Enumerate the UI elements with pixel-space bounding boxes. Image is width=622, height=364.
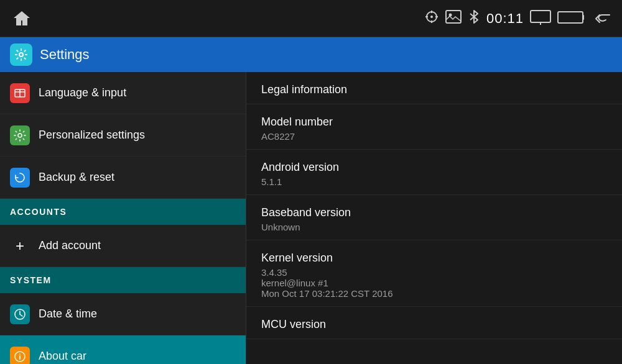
datetime-icon — [10, 304, 30, 324]
svg-point-1 — [430, 16, 433, 18]
add-account-label: Add account — [39, 239, 101, 252]
baseband-version-title: Baseband version — [261, 206, 607, 219]
mcu-version-section[interactable]: MCU version — [246, 307, 622, 339]
backup-icon — [10, 168, 30, 188]
kernel-version-value: 3.4.35 kernel@linux #1 Mon Oct 17 03:21:… — [261, 267, 607, 299]
main-content: Language & input Personalized settings B… — [0, 72, 622, 364]
android-version-section[interactable]: Android version 5.1.1 — [246, 150, 622, 195]
right-panel: Legal information Model number AC8227 An… — [246, 72, 622, 364]
gps-icon — [424, 9, 439, 27]
status-time: 00:11 — [486, 11, 524, 27]
status-right: 00:11 — [424, 9, 612, 27]
settings-icon — [10, 43, 32, 66]
system-label: SYSTEM — [10, 275, 52, 285]
sidebar-item-language-input[interactable]: Language & input — [0, 72, 246, 114]
about-car-label: About car — [39, 350, 86, 363]
legal-information-title: Legal information — [261, 83, 607, 96]
svg-point-15 — [19, 53, 23, 57]
accounts-label: ACCOUNTS — [10, 207, 67, 217]
bluetooth-icon — [468, 9, 480, 27]
app-bar: Settings — [0, 37, 622, 72]
sidebar-item-personalized-settings[interactable]: Personalized settings — [0, 114, 246, 157]
model-number-title: Model number — [261, 116, 607, 129]
about-icon — [10, 347, 30, 365]
svg-rect-6 — [446, 11, 461, 23]
svg-point-19 — [18, 134, 22, 137]
home-button[interactable] — [10, 7, 34, 30]
sidebar: Language & input Personalized settings B… — [0, 72, 246, 364]
sidebar-item-add-account[interactable]: + Add account — [0, 225, 246, 267]
baseband-version-section[interactable]: Baseband version Unknown — [246, 195, 622, 240]
personalized-settings-label: Personalized settings — [39, 129, 145, 142]
sidebar-item-backup-reset[interactable]: Backup & reset — [0, 157, 246, 199]
status-bar: 00:11 — [0, 0, 622, 37]
model-number-section[interactable]: Model number AC8227 — [246, 104, 622, 150]
svg-line-22 — [20, 314, 22, 316]
plus-icon: + — [10, 236, 30, 256]
kernel-version-title: Kernel version — [261, 252, 607, 265]
screen-icon — [530, 10, 551, 27]
back-icon[interactable] — [591, 10, 612, 27]
sidebar-item-about-car[interactable]: About car — [0, 335, 246, 364]
screen2-icon — [557, 10, 585, 27]
baseband-version-value: Unknown — [261, 222, 607, 232]
image-icon — [445, 10, 462, 27]
legal-information-section[interactable]: Legal information — [246, 72, 622, 104]
android-version-title: Android version — [261, 161, 607, 174]
date-time-label: Date & time — [39, 307, 97, 321]
language-input-label: Language & input — [39, 86, 126, 99]
model-number-value: AC8227 — [261, 131, 607, 142]
language-icon — [10, 83, 30, 103]
svg-rect-14 — [583, 15, 584, 20]
status-left — [10, 7, 34, 30]
svg-rect-13 — [558, 12, 583, 23]
android-version-value: 5.1.1 — [261, 176, 607, 187]
personalized-icon — [10, 125, 30, 145]
svg-rect-10 — [531, 11, 550, 22]
mcu-version-title: MCU version — [261, 318, 607, 331]
svg-point-25 — [19, 353, 21, 355]
backup-reset-label: Backup & reset — [39, 171, 114, 184]
accounts-section-header: ACCOUNTS — [0, 199, 246, 225]
system-section-header: SYSTEM — [0, 267, 246, 293]
sidebar-item-date-time[interactable]: Date & time — [0, 293, 246, 335]
kernel-version-section[interactable]: Kernel version 3.4.35 kernel@linux #1 Mo… — [246, 240, 622, 307]
app-title: Settings — [40, 47, 90, 63]
